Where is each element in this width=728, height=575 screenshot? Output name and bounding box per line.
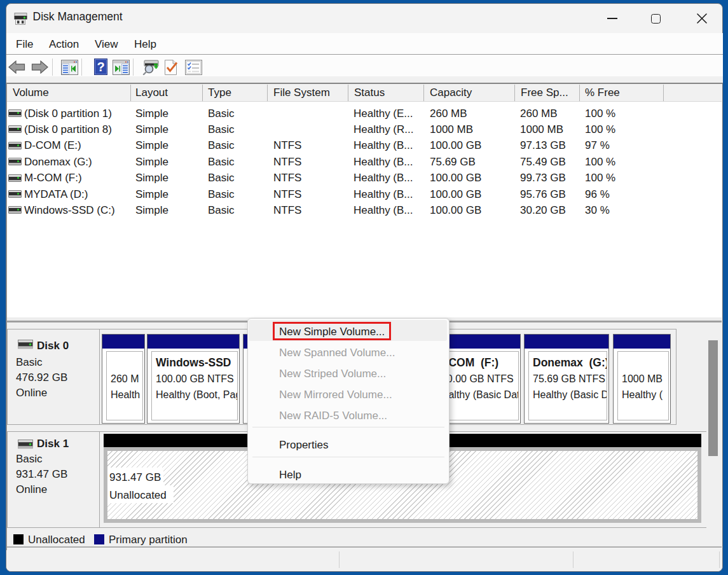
svg-text:?: ?	[97, 60, 104, 74]
